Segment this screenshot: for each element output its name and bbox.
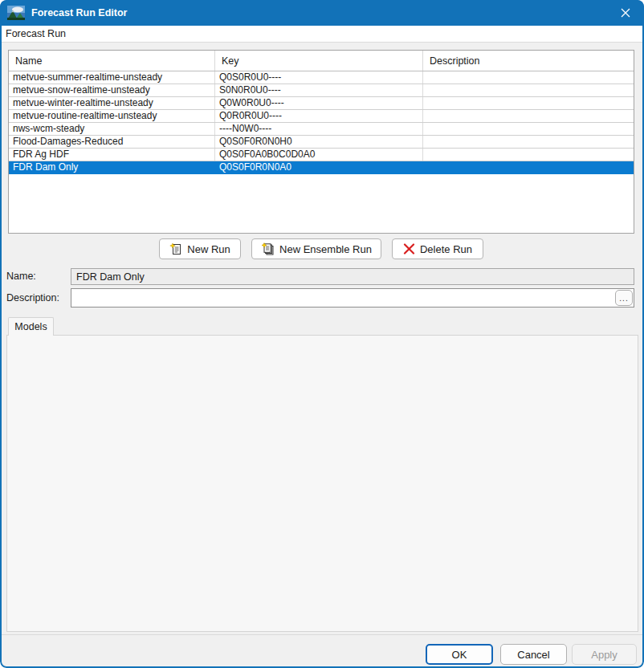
cell-name: FDR Dam Only — [9, 161, 215, 173]
cell-name: metvue-summer-realtime-unsteady — [9, 71, 215, 84]
column-header-description[interactable]: Description — [423, 51, 634, 71]
table-row[interactable]: metvue-routine-realtime-unsteady Q0R0R0U… — [9, 110, 634, 123]
ok-button[interactable]: OK — [426, 644, 493, 665]
table-row[interactable]: metvue-snow-realtime-unsteady S0N0R0U0--… — [9, 84, 634, 97]
footer-separator — [0, 634, 644, 635]
apply-button[interactable]: Apply — [572, 644, 637, 665]
table-header: Name Key Description — [9, 51, 634, 71]
description-label: Description: — [6, 292, 59, 303]
tab-models[interactable]: Models — [8, 317, 54, 336]
cell-description — [423, 123, 634, 135]
name-field: FDR Dam Only — [71, 268, 634, 285]
cell-description — [423, 161, 634, 173]
cell-description — [423, 110, 634, 122]
new-documents-stack-icon — [261, 242, 275, 256]
delete-run-label: Delete Run — [420, 243, 472, 255]
window-title: Forecast Run Editor — [31, 7, 127, 18]
forecast-run-editor-window: Forecast Run Editor Forecast Run Name Ke… — [0, 0, 644, 668]
models-panel — [6, 335, 638, 632]
new-document-icon — [169, 242, 182, 255]
cell-description — [423, 149, 634, 161]
forecast-run-table: Name Key Description metvue-summer-realt… — [8, 50, 634, 234]
app-icon — [7, 6, 25, 20]
menu-forecast-run[interactable]: Forecast Run — [0, 26, 71, 42]
delete-x-icon — [403, 243, 415, 255]
menubar: Forecast Run — [0, 26, 644, 43]
cell-description — [423, 97, 634, 109]
close-button[interactable] — [607, 0, 644, 26]
table-row[interactable]: FDR Ag HDF Q0S0F0A0B0C0D0A0 — [9, 149, 634, 161]
table-row[interactable]: Flood-Damages-Reduced Q0S0F0R0N0H0 — [9, 136, 634, 149]
cell-key: Q0S0R0U0---- — [215, 71, 423, 84]
cell-key: Q0S0F0R0N0H0 — [215, 136, 423, 148]
cell-name: metvue-routine-realtime-unsteady — [9, 110, 215, 122]
cell-name: metvue-snow-realtime-unsteady — [9, 84, 215, 96]
cell-key: Q0S0F0A0B0C0D0A0 — [215, 149, 423, 161]
cell-name: nws-wcm-steady — [9, 123, 215, 135]
column-header-name[interactable]: Name — [9, 51, 215, 71]
cell-key: Q0W0R0U0---- — [215, 97, 423, 109]
cell-key: Q0R0R0U0---- — [215, 110, 423, 122]
close-icon — [620, 7, 631, 18]
description-ellipsis-button[interactable]: ... — [615, 290, 633, 306]
cell-key: Q0S0F0R0N0A0 — [215, 161, 423, 173]
new-run-button[interactable]: New Run — [159, 238, 241, 259]
delete-run-button[interactable]: Delete Run — [392, 238, 483, 259]
table-row[interactable]: nws-wcm-steady ----N0W0---- — [9, 123, 634, 136]
cell-name: Flood-Damages-Reduced — [9, 136, 215, 148]
new-ensemble-run-button[interactable]: New Ensemble Run — [251, 238, 381, 259]
cell-description — [423, 71, 634, 84]
cell-key: S0N0R0U0---- — [215, 84, 423, 96]
cell-description — [423, 136, 634, 148]
table-row[interactable]: metvue-winter-realtime-unsteady Q0W0R0U0… — [9, 97, 634, 110]
cell-name: FDR Ag HDF — [9, 149, 215, 161]
cell-name: metvue-winter-realtime-unsteady — [9, 97, 215, 109]
new-ensemble-run-label: New Ensemble Run — [279, 243, 372, 255]
titlebar: Forecast Run Editor — [0, 0, 644, 26]
table-row-selected[interactable]: FDR Dam Only Q0S0F0R0N0A0 — [9, 161, 634, 174]
cell-description — [423, 84, 634, 96]
cancel-button[interactable]: Cancel — [500, 644, 567, 665]
column-header-key[interactable]: Key — [215, 51, 423, 71]
table-row[interactable]: metvue-summer-realtime-unsteady Q0S0R0U0… — [9, 71, 634, 84]
cell-key: ----N0W0---- — [215, 123, 423, 135]
name-label: Name: — [6, 271, 36, 282]
description-input[interactable] — [71, 288, 634, 308]
new-run-label: New Run — [187, 243, 230, 255]
